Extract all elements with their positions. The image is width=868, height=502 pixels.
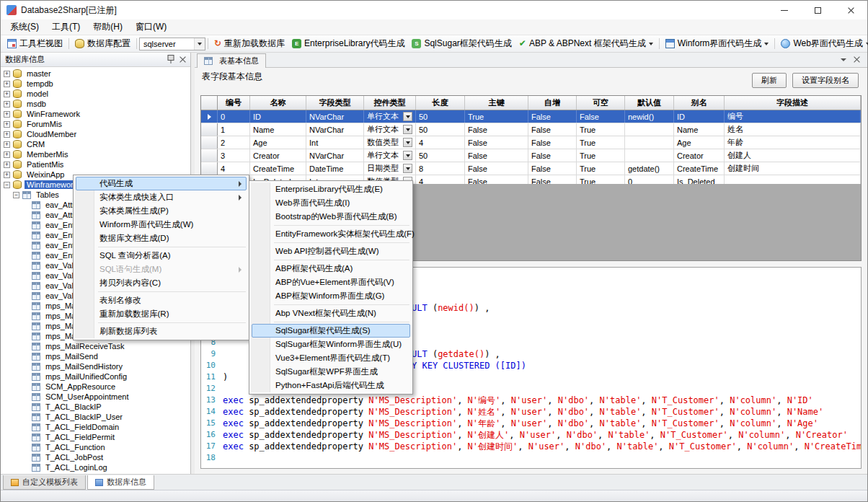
tree-item[interactable]: +MemberMis xyxy=(1,149,190,159)
db-type-select[interactable]: sqlserver xyxy=(139,38,205,50)
grid-cell[interactable]: True xyxy=(577,162,625,175)
tree-item[interactable]: +model xyxy=(1,89,190,99)
tree-item[interactable]: SCM_UserAppointment xyxy=(1,392,190,402)
grid-cell[interactable]: False xyxy=(528,110,577,123)
expand-box-icon[interactable]: + xyxy=(4,111,10,118)
menu-item[interactable]: SqlSugar框架Winform界面生成(U) xyxy=(252,338,410,351)
grid-cell[interactable]: getdate() xyxy=(625,162,674,175)
grid-cell[interactable]: 单行文本 xyxy=(364,110,416,123)
cell-combo-button[interactable] xyxy=(403,138,412,147)
close-icon[interactable] xyxy=(180,56,186,63)
grid-cell[interactable]: True xyxy=(577,123,625,136)
menu-item[interactable]: Abp VNext框架代码生成(N) xyxy=(252,307,410,320)
grid-cell[interactable]: True xyxy=(577,136,625,149)
grid-cell[interactable]: Int xyxy=(306,136,364,149)
expand-box-icon[interactable]: + xyxy=(4,151,10,158)
menu-item[interactable]: SqlSugar框架代码生成(S) xyxy=(252,324,410,338)
web-codegen-button[interactable]: Web界面代码生成 xyxy=(777,36,868,51)
menu-item[interactable]: Python+FastApi后端代码生成 xyxy=(252,379,410,392)
expand-box-icon[interactable]: + xyxy=(4,101,10,107)
tree-item[interactable]: SCM_AppResource xyxy=(1,382,190,392)
grid-cell[interactable]: False xyxy=(465,136,528,149)
menu-window[interactable]: 窗口(W) xyxy=(129,19,173,35)
refresh-button[interactable]: 刷新 xyxy=(752,73,787,88)
cell-combo-button[interactable] xyxy=(403,112,412,121)
grid-cell[interactable]: 单行文本 xyxy=(364,149,416,162)
tree-item[interactable]: +tempdb xyxy=(1,79,190,89)
grid-cell[interactable]: False xyxy=(528,123,577,136)
grid-cell[interactable]: 3 xyxy=(218,149,250,162)
menu-item[interactable]: 数据库文档生成(D) xyxy=(76,232,247,245)
grid-cell[interactable]: Name xyxy=(674,123,725,136)
menu-item[interactable]: 实体类属性生成(P) xyxy=(76,204,247,218)
reload-db-button[interactable]: 重新加载数据库 xyxy=(211,36,288,51)
tab-table-info[interactable]: 表基本信息 xyxy=(197,53,266,68)
grid-cell[interactable]: 编号 xyxy=(725,110,861,123)
tab-custom-templates[interactable]: 自定义模板列表 xyxy=(3,475,86,490)
grid-row[interactable]: 3CreatorNVarChar单行文本50FalseFalseTrueCrea… xyxy=(201,149,861,162)
grid-cell[interactable]: 创建时间 xyxy=(725,162,861,175)
close-button[interactable] xyxy=(834,1,867,19)
tree-item[interactable]: +PatientMis xyxy=(1,159,190,169)
menu-item[interactable]: Web API控制器代码生成(W) xyxy=(252,245,410,258)
expand-box-icon[interactable]: + xyxy=(4,121,10,128)
maximize-button[interactable] xyxy=(801,1,834,19)
menu-tools[interactable]: 工具(T) xyxy=(45,19,87,35)
grid-cell[interactable]: Age xyxy=(250,136,306,149)
combo-dropdown-icon[interactable] xyxy=(194,38,205,50)
grid-cell[interactable]: newid() xyxy=(625,110,674,123)
grid-cell[interactable]: Name xyxy=(250,123,306,136)
grid-row[interactable]: 4CreateTimeDateTime日期类型8FalseFalseTruege… xyxy=(201,162,861,175)
tree-item[interactable]: T_ACL_Function xyxy=(1,442,190,452)
grid-cell[interactable]: False xyxy=(465,162,528,175)
grid-cell[interactable]: 50 xyxy=(416,123,465,136)
grid-row[interactable]: 2AgeInt数值类型4FalseFalseTrueAge年龄 xyxy=(201,136,861,149)
menu-item[interactable]: Web界面代码生成(I) xyxy=(252,196,410,210)
expand-box-icon[interactable]: + xyxy=(4,91,10,97)
sqlsugar-codegen-button[interactable]: SqlSugar框架代码生成 xyxy=(408,36,515,51)
abp-codegen-button[interactable]: ABP & ABPNext 框架代码生成 xyxy=(515,36,657,51)
grid-cell[interactable]: 50 xyxy=(416,110,465,123)
menu-item[interactable]: Bootstrap的Web界面代码生成(B) xyxy=(252,210,410,224)
menu-system[interactable]: 系统(S) xyxy=(4,19,45,35)
menu-item[interactable]: EntityFramework实体框架代码生成(F) xyxy=(252,227,410,241)
dropdown-arrow-icon[interactable] xyxy=(764,43,769,45)
grid-cell[interactable]: True xyxy=(577,149,625,162)
grid-cell[interactable]: 0 xyxy=(218,110,250,123)
expand-box-icon[interactable]: + xyxy=(4,141,10,148)
grid-cell[interactable]: Is_Deleted xyxy=(674,175,725,184)
grid-row[interactable]: 1NameNVarChar单行文本50FalseFalseTrueName姓名 xyxy=(201,123,861,136)
menu-item[interactable]: 拷贝列表内容(C) xyxy=(76,276,247,290)
set-field-alias-button[interactable]: 设置字段别名 xyxy=(792,73,859,88)
grid-cell[interactable]: NVarChar xyxy=(306,110,364,123)
expand-box-icon[interactable]: + xyxy=(4,172,10,178)
menu-item[interactable]: ABP框架Winform界面生成(G) xyxy=(252,289,410,303)
tree-item[interactable]: T_ACL_BlackIP_User xyxy=(1,412,190,422)
expand-box-icon[interactable]: + xyxy=(4,71,10,77)
minimize-button[interactable] xyxy=(768,1,801,19)
menu-item[interactable]: 表别名修改 xyxy=(76,294,247,307)
grid-cell[interactable]: 4 xyxy=(416,175,465,184)
menu-item[interactable]: ABP框架代码生成(A) xyxy=(252,262,410,276)
dropdown-arrow-icon[interactable] xyxy=(649,43,653,45)
tree-item[interactable]: +CloudMember xyxy=(1,129,190,139)
grid-cell[interactable] xyxy=(625,149,674,162)
tree-item[interactable]: T_ACL_FieldDomain xyxy=(1,422,190,432)
grid-cell[interactable]: 日期类型 xyxy=(364,162,416,175)
grid-cell[interactable]: 单行文本 xyxy=(364,123,416,136)
menu-item[interactable]: EnterpriseLibrary代码生成(E) xyxy=(252,182,410,196)
grid-cell[interactable]: ID xyxy=(674,110,725,123)
grid-cell[interactable]: False xyxy=(528,149,577,162)
grid-cell[interactable]: CreateTime xyxy=(674,162,725,175)
pin-icon[interactable] xyxy=(167,55,174,64)
grid-row[interactable]: 0IDNVarChar单行文本50TrueFalseFalsenewid()ID… xyxy=(201,110,861,123)
tree-item[interactable]: T_ACL_JobPost xyxy=(1,452,190,462)
grid-cell[interactable]: False xyxy=(528,175,577,184)
menu-item[interactable]: Winform界面代码生成(W) xyxy=(76,218,247,232)
db-config-button[interactable]: 数据库配置 xyxy=(71,36,134,51)
menu-item[interactable]: ABP的Vue+Element界面代码(V) xyxy=(252,276,410,289)
menu-item[interactable]: 重新加载数据库(R) xyxy=(76,307,247,321)
tree-item[interactable]: mps_MailSendHistory xyxy=(1,361,190,371)
grid-cell[interactable]: False xyxy=(465,175,528,184)
grid-cell[interactable]: 姓名 xyxy=(725,123,861,136)
